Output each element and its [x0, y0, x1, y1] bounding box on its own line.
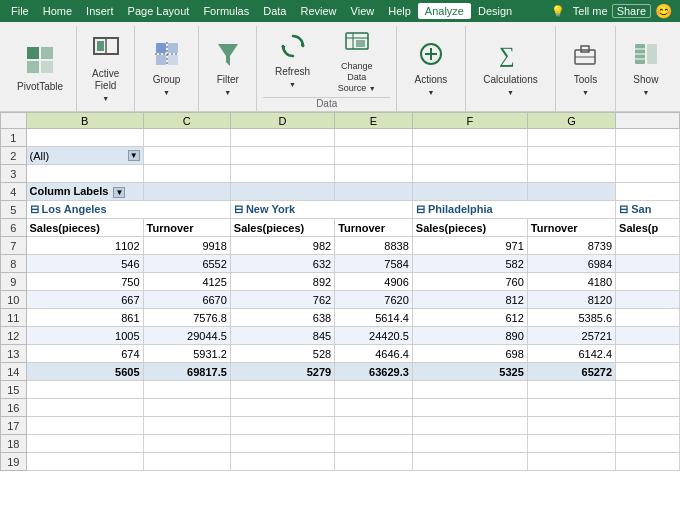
col-header-g[interactable]: G — [527, 113, 615, 129]
tools-button[interactable]: Tools ▼ — [562, 35, 609, 103]
cell-g10[interactable]: 8120 — [527, 291, 615, 309]
cell-d12[interactable]: 845 — [230, 327, 334, 345]
cell-e3[interactable] — [335, 165, 413, 183]
cell-e7[interactable]: 8838 — [335, 237, 413, 255]
menu-page-layout[interactable]: Page Layout — [121, 3, 197, 19]
cell-b12[interactable]: 1005 — [26, 327, 143, 345]
cell-b3[interactable] — [26, 165, 143, 183]
cell-g6[interactable]: Turnover — [527, 219, 615, 237]
menu-help[interactable]: Help — [381, 3, 418, 19]
filter-button[interactable]: Filter ▼ — [205, 35, 250, 103]
change-data-source-button[interactable]: Change Data Source ▼ — [324, 27, 390, 95]
cell-extra3[interactable] — [616, 165, 680, 183]
menu-view[interactable]: View — [344, 3, 382, 19]
cell-g13[interactable]: 6142.4 — [527, 345, 615, 363]
menu-insert[interactable]: Insert — [79, 3, 121, 19]
cell-b2[interactable]: (All) ▼ — [26, 147, 143, 165]
cell-extra6[interactable]: Sales(p — [616, 219, 680, 237]
cell-f4[interactable] — [412, 183, 527, 201]
dropdown-col-labels[interactable]: ▼ — [113, 187, 125, 198]
cell-extra1[interactable] — [616, 129, 680, 147]
cell-e8[interactable]: 7584 — [335, 255, 413, 273]
cell-extra10[interactable] — [616, 291, 680, 309]
group-button[interactable]: Group ▼ — [141, 35, 192, 103]
cell-f10[interactable]: 812 — [412, 291, 527, 309]
cell-c8[interactable]: 6552 — [143, 255, 230, 273]
cell-f13[interactable]: 698 — [412, 345, 527, 363]
active-field-button[interactable]: Active Field ▼ — [83, 35, 128, 103]
menu-analyze[interactable]: Analyze — [418, 3, 471, 19]
cell-g1[interactable] — [527, 129, 615, 147]
cell-e14[interactable]: 63629.3 — [335, 363, 413, 381]
cell-b13[interactable]: 674 — [26, 345, 143, 363]
cell-c11[interactable]: 7576.8 — [143, 309, 230, 327]
cell-b1[interactable] — [26, 129, 143, 147]
minus-ny[interactable]: ⊟ — [234, 203, 243, 215]
cell-g14[interactable]: 65272 — [527, 363, 615, 381]
cell-e11[interactable]: 5614.4 — [335, 309, 413, 327]
col-header-f[interactable]: F — [412, 113, 527, 129]
cell-d10[interactable]: 762 — [230, 291, 334, 309]
cell-extra8[interactable] — [616, 255, 680, 273]
cell-f11[interactable]: 612 — [412, 309, 527, 327]
calculations-button[interactable]: ∑ Calculations ▼ — [472, 35, 549, 103]
cell-f2[interactable] — [412, 147, 527, 165]
cell-g7[interactable]: 8739 — [527, 237, 615, 255]
cell-extra4[interactable] — [616, 183, 680, 201]
cell-e2[interactable] — [335, 147, 413, 165]
cell-e12[interactable]: 24420.5 — [335, 327, 413, 345]
cell-d6[interactable]: Sales(pieces) — [230, 219, 334, 237]
dropdown-all[interactable]: ▼ — [128, 150, 140, 161]
cell-c9[interactable]: 4125 — [143, 273, 230, 291]
cell-c10[interactable]: 6670 — [143, 291, 230, 309]
cell-d13[interactable]: 528 — [230, 345, 334, 363]
cell-b4[interactable]: Column Labels ▼ — [26, 183, 143, 201]
cell-c3[interactable] — [143, 165, 230, 183]
cell-d2[interactable] — [230, 147, 334, 165]
cell-d14[interactable]: 5279 — [230, 363, 334, 381]
cell-g9[interactable]: 4180 — [527, 273, 615, 291]
cell-extra2[interactable] — [616, 147, 680, 165]
tell-me-text[interactable]: Tell me — [569, 5, 612, 17]
cell-e1[interactable] — [335, 129, 413, 147]
cell-f7[interactable]: 971 — [412, 237, 527, 255]
cell-g2[interactable] — [527, 147, 615, 165]
cell-f8[interactable]: 582 — [412, 255, 527, 273]
cell-philadelphia[interactable]: ⊟ Philadelphia — [412, 201, 615, 219]
menu-formulas[interactable]: Formulas — [196, 3, 256, 19]
cell-c7[interactable]: 9918 — [143, 237, 230, 255]
cell-g3[interactable] — [527, 165, 615, 183]
col-header-c[interactable]: C — [143, 113, 230, 129]
refresh-button[interactable]: Refresh ▼ — [263, 27, 321, 95]
cell-d7[interactable]: 982 — [230, 237, 334, 255]
cell-d1[interactable] — [230, 129, 334, 147]
cell-e9[interactable]: 4906 — [335, 273, 413, 291]
cell-c6[interactable]: Turnover — [143, 219, 230, 237]
cell-c1[interactable] — [143, 129, 230, 147]
cell-extra11[interactable] — [616, 309, 680, 327]
cell-d9[interactable]: 892 — [230, 273, 334, 291]
cell-los-angeles[interactable]: ⊟ Los Angeles — [26, 201, 230, 219]
cell-d8[interactable]: 632 — [230, 255, 334, 273]
col-header-b[interactable]: B — [26, 113, 143, 129]
minus-la[interactable]: ⊟ — [30, 203, 39, 215]
cell-b9[interactable]: 750 — [26, 273, 143, 291]
cell-b8[interactable]: 546 — [26, 255, 143, 273]
cell-b11[interactable]: 861 — [26, 309, 143, 327]
cell-f14[interactable]: 5325 — [412, 363, 527, 381]
cell-f12[interactable]: 890 — [412, 327, 527, 345]
cell-c4[interactable] — [143, 183, 230, 201]
cell-b6[interactable]: Sales(pieces) — [26, 219, 143, 237]
menu-home[interactable]: Home — [36, 3, 79, 19]
cell-extra12[interactable] — [616, 327, 680, 345]
menu-data[interactable]: Data — [256, 3, 293, 19]
cell-e4[interactable] — [335, 183, 413, 201]
cell-g12[interactable]: 25721 — [527, 327, 615, 345]
cell-d4[interactable] — [230, 183, 334, 201]
cell-f1[interactable] — [412, 129, 527, 147]
cell-f9[interactable]: 760 — [412, 273, 527, 291]
cell-b7[interactable]: 1102 — [26, 237, 143, 255]
cell-e10[interactable]: 7620 — [335, 291, 413, 309]
cell-c2[interactable] — [143, 147, 230, 165]
cell-d11[interactable]: 638 — [230, 309, 334, 327]
